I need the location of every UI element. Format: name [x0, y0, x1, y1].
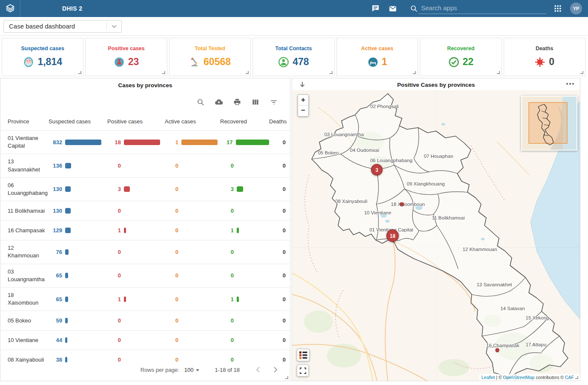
- province-cell: 10 Vientiane: [0, 333, 49, 348]
- resize-handle[interactable]: [580, 71, 583, 74]
- check-circle-icon: [448, 57, 459, 68]
- case-dot-marker[interactable]: [496, 348, 499, 352]
- fullscreen-button[interactable]: [297, 365, 309, 376]
- next-page-button[interactable]: [270, 365, 281, 375]
- value-cell: 129: [49, 227, 107, 234]
- print-icon[interactable]: [233, 98, 241, 106]
- value-cell: 0: [107, 337, 165, 343]
- deaths-cell: 0: [269, 337, 290, 343]
- data-bar: [237, 186, 243, 192]
- table-row: 13 Savannakhet1360000: [0, 154, 290, 177]
- search-apps-input[interactable]: [419, 3, 546, 14]
- resize-handle[interactable]: [246, 71, 249, 74]
- data-bar: [65, 273, 68, 278]
- chat-icon[interactable]: [371, 4, 380, 13]
- map-panel-title: Positive Cases by provinces: [292, 78, 580, 88]
- value-cell: 0: [165, 227, 220, 234]
- value-cell: 0: [107, 317, 165, 324]
- table-row: 11 Bolikhamxai1300000: [0, 201, 290, 220]
- summary-card-deaths: Deaths0: [504, 38, 585, 76]
- summary-card-suspected: Suspected cases1,814: [2, 38, 83, 76]
- resize-handle[interactable]: [497, 71, 500, 74]
- card-value: 0: [549, 56, 554, 68]
- summary-card-positive: Positive cases23: [85, 38, 167, 76]
- value-cell: 18: [107, 139, 165, 145]
- zoom-in-button[interactable]: +: [298, 95, 308, 106]
- osm-link[interactable]: OpenStreetMap: [503, 375, 535, 380]
- case-count-marker[interactable]: 18: [387, 230, 399, 242]
- dashboard-select[interactable]: Case based dashboard: [3, 20, 122, 33]
- value-cell: 0: [220, 356, 269, 363]
- layers-logo-icon: [5, 3, 16, 14]
- column-header-active-cases: Active cases: [165, 118, 220, 125]
- dhis2-logo[interactable]: [0, 0, 20, 17]
- dhis2-app: DHIS 2 YP Case based dashboard: [0, 0, 588, 381]
- download-arrow-icon[interactable]: [298, 81, 306, 88]
- mask-face-icon: [23, 57, 34, 68]
- resize-handle[interactable]: [162, 71, 165, 74]
- deaths-cell: 0: [269, 272, 290, 279]
- overview-inset-map[interactable]: [521, 96, 577, 151]
- zoom-out-button[interactable]: −: [298, 106, 308, 116]
- data-bar: [65, 249, 69, 255]
- infected-person-icon: [114, 57, 125, 68]
- more-options-icon[interactable]: [566, 83, 574, 85]
- map-header: Positive Cases by provinces: [292, 78, 580, 90]
- value-cell: 0: [107, 163, 165, 169]
- column-header-suspected-cases: Suspected cases: [49, 118, 107, 125]
- province-cell: 08 Xainyabouli: [0, 352, 49, 368]
- province-cell: 01 Vientiane Capital: [0, 131, 49, 154]
- leaflet-link[interactable]: Leaflet: [482, 375, 495, 380]
- table-row: 16 Champasak1291010: [0, 220, 290, 240]
- resize-handle[interactable]: [78, 71, 81, 74]
- summary-card-active: Active cases1: [336, 38, 418, 76]
- column-header-province: Province: [0, 118, 49, 125]
- resize-handle[interactable]: [285, 376, 288, 379]
- map-attribution: Leaflet | © OpenStreetMap contributors ©…: [479, 374, 580, 381]
- columns-icon[interactable]: [251, 98, 260, 106]
- apps-grid-icon[interactable]: [553, 4, 562, 13]
- province-cell: 18 Xaisomboun: [0, 288, 49, 311]
- resize-handle[interactable]: [575, 376, 578, 379]
- data-bar: [65, 318, 68, 323]
- value-cell: 0: [220, 208, 269, 214]
- table-row: 01 Vientiane Capital832181170: [0, 130, 290, 154]
- previous-page-button[interactable]: [252, 365, 263, 375]
- card-value: 22: [463, 56, 474, 68]
- province-cell: 11 Bolikhamxai: [0, 203, 49, 219]
- resize-handle[interactable]: [413, 71, 416, 74]
- caret-down-icon: [196, 369, 199, 371]
- virus-icon: [534, 57, 545, 68]
- value-cell: 0: [107, 272, 165, 279]
- case-count-marker[interactable]: 3: [371, 164, 383, 176]
- card-value: 23: [128, 56, 139, 68]
- summary-cards-row: Suspected cases1,814Positive cases23Tota…: [0, 36, 588, 78]
- download-icon[interactable]: [215, 98, 223, 106]
- case-dot-marker[interactable]: [400, 202, 404, 206]
- deaths-cell: 0: [269, 163, 290, 169]
- dashboard-bar: Case based dashboard: [0, 17, 588, 36]
- table-row: 03 Louangnamtha650000: [0, 264, 290, 287]
- data-bar: [237, 297, 239, 302]
- value-cell: 3: [107, 186, 165, 192]
- map-canvas[interactable]: 02 Phongsali03 Louangnamtha05 Bokeo04 Ou…: [292, 90, 580, 381]
- filter-icon[interactable]: [270, 98, 278, 106]
- mail-icon[interactable]: [388, 4, 397, 13]
- value-cell: 0: [165, 296, 220, 302]
- rows-per-page-label: Rows per page:: [141, 367, 179, 373]
- value-cell: 0: [220, 249, 269, 255]
- value-cell: 0: [107, 249, 165, 255]
- legend-button[interactable]: [297, 349, 310, 361]
- resize-handle[interactable]: [330, 71, 333, 74]
- search-icon[interactable]: [196, 98, 205, 106]
- data-bar: [65, 228, 71, 233]
- deaths-cell: 0: [269, 139, 290, 145]
- column-header-positive-cases: Positive cases: [107, 118, 165, 125]
- rows-per-page-select[interactable]: 100: [184, 367, 200, 373]
- user-avatar[interactable]: YP: [570, 3, 582, 14]
- data-bar: [124, 186, 130, 192]
- table-toolbar: [0, 98, 278, 106]
- carto-link[interactable]: CAF: [565, 375, 574, 380]
- summary-card-contacts: Total Contacts478: [252, 38, 334, 76]
- province-cell: 12 Khammouan: [0, 240, 49, 263]
